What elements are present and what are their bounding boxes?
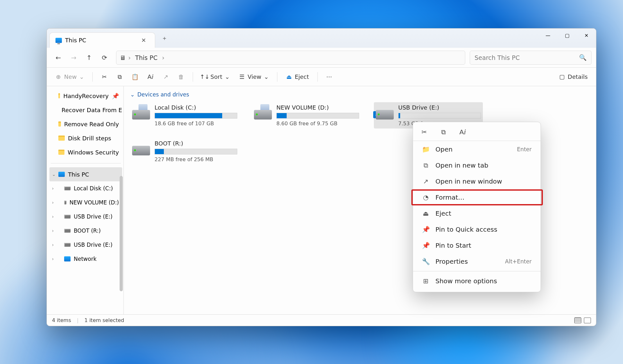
sidebar-item-disk-drill[interactable]: Disk Drill steps (49, 131, 122, 145)
context-open-new-tab[interactable]: ⧉ Open in new tab (415, 158, 539, 173)
new-button[interactable]: ⊕ New ⌄ (51, 71, 88, 82)
sidebar-scrollbar[interactable] (120, 176, 123, 291)
context-eject[interactable]: ⏏ Eject (415, 206, 539, 221)
sidebar-item-new-volume-d[interactable]: › NEW VOLUME (D:) (49, 195, 122, 210)
copy-icon[interactable]: ⧉ (439, 128, 448, 136)
sidebar-item-local-disk-c[interactable]: › Local Disk (C:) (49, 181, 122, 195)
rename-button[interactable]: Aⅈ (143, 72, 157, 82)
clipboard-icon: 📋 (132, 74, 138, 80)
list-view-button[interactable] (574, 318, 581, 323)
context-item-label: Show more options (435, 277, 497, 285)
drive-icon (64, 201, 66, 204)
drive-item-local-disk-c[interactable]: Local Disk (C:) 18.6 GB free of 107 GB (130, 102, 239, 128)
tab-close-button[interactable]: ✕ (138, 35, 149, 46)
cut-icon[interactable]: ✂ (420, 128, 428, 136)
context-open-new-window[interactable]: ↗ Open in new window (415, 174, 539, 189)
sort-button[interactable]: ↑↓ Sort ⌄ (198, 71, 233, 82)
chevron-right-icon[interactable]: › (52, 214, 54, 219)
context-properties[interactable]: 🔧 Properties Alt+Enter (415, 254, 539, 269)
sidebar-item-label: USB Drive (E:) (74, 213, 113, 220)
context-item-label: Open in new window (435, 178, 502, 185)
context-item-hint: Enter (517, 146, 532, 153)
search-placeholder: Search This PC (475, 54, 520, 61)
sidebar-item-boot-r[interactable]: › BOOT (R:) (49, 224, 122, 238)
context-pin-start[interactable]: 📌 Pin to Start (415, 238, 539, 253)
context-format[interactable]: ◔ Format… (415, 190, 539, 205)
delete-button[interactable]: 🗑 (174, 72, 188, 82)
maximize-button[interactable]: ▢ (558, 29, 577, 43)
sidebar-item-remove-read-only[interactable]: Remove Read Only (49, 117, 122, 131)
sidebar-item-usb-drive-e[interactable]: › USB Drive (E:) (49, 210, 122, 224)
chevron-down-icon[interactable]: ⌄ (52, 172, 56, 177)
share-button[interactable]: ↗ (159, 72, 173, 82)
pc-icon: 🖥 (120, 54, 126, 61)
sidebar-item-recover-data[interactable]: Recover Data From E (49, 103, 122, 117)
drive-icon (132, 104, 150, 120)
sidebar-item-handyrecovery[interactable]: HandyRecovery 📌 (49, 89, 122, 103)
search-input[interactable]: Search This PC 🔍 (470, 51, 592, 65)
view-icon: ☰ (239, 74, 245, 80)
minimize-button[interactable]: — (538, 29, 558, 43)
address-bar[interactable]: 🖥 › This PC › (116, 51, 465, 65)
context-item-label: Format… (435, 194, 464, 201)
sidebar-item-label: USB Drive (E:) (74, 242, 113, 248)
context-open[interactable]: 📁 Open Enter (415, 142, 539, 157)
chevron-right-icon[interactable]: › (52, 200, 54, 205)
refresh-button[interactable]: ⟳ (97, 51, 112, 65)
drive-icon (254, 104, 272, 120)
format-icon: ◔ (422, 194, 430, 201)
chevron-right-icon[interactable]: › (52, 186, 54, 191)
drive-item-boot-r[interactable]: BOOT (R:) 227 MB free of 256 MB (130, 138, 239, 164)
rename-icon[interactable]: Aⅈ (459, 128, 467, 136)
drive-item-new-volume-d[interactable]: NEW VOLUME (D:) 8.60 GB free of 9.75 GB (252, 102, 361, 128)
new-label: New (64, 73, 77, 80)
window-controls: — ▢ ✕ (538, 29, 596, 43)
cut-button[interactable]: ✂ (97, 72, 111, 82)
eject-icon: ⏏ (286, 74, 292, 80)
drive-name: Local Disk (C:) (155, 104, 237, 111)
forward-button[interactable]: → (67, 51, 81, 65)
paste-button[interactable]: 📋 (128, 72, 142, 82)
sidebar-item-network[interactable]: › Network (49, 252, 122, 266)
context-show-more[interactable]: ⊞ Show more options (415, 273, 539, 289)
copy-button[interactable]: ⧉ (113, 72, 127, 82)
sidebar-item-windows-security[interactable]: Windows Security (49, 145, 122, 159)
tab-this-pc[interactable]: This PC ✕ (49, 32, 155, 48)
chevron-right-icon[interactable]: › (52, 228, 54, 233)
sidebar-item-label: HandyRecovery (63, 93, 109, 99)
sidebar-item-this-pc[interactable]: ⌄ This PC (49, 167, 122, 181)
details-view-button[interactable] (584, 318, 591, 323)
drive-free-text: 227 MB free of 256 MB (155, 156, 237, 162)
folder-icon (58, 150, 64, 155)
rename-icon: Aⅈ (147, 74, 154, 80)
group-header-devices[interactable]: ⌄ Devices and drives (130, 89, 590, 102)
details-label: Details (568, 73, 588, 80)
usage-bar (155, 149, 237, 154)
usage-bar (155, 113, 237, 119)
sidebar-item-usb-drive-e-2[interactable]: › USB Drive (E:) (49, 238, 122, 252)
drive-icon (64, 229, 71, 233)
status-item-count: 4 items (52, 317, 71, 323)
view-button[interactable]: ☰ View ⌄ (235, 71, 273, 82)
details-pane-button[interactable]: ▢ Details (555, 71, 592, 82)
chevron-right-icon[interactable]: › (52, 256, 54, 261)
breadcrumb-this-pc[interactable]: This PC (133, 53, 160, 62)
context-separator (413, 271, 541, 271)
back-button[interactable]: ← (51, 51, 65, 65)
folder-icon (58, 93, 60, 98)
sidebar-item-label: NEW VOLUME (D:) (70, 199, 119, 206)
context-item-label: Eject (435, 210, 451, 217)
wrench-icon: 🔧 (422, 258, 430, 265)
context-pin-quick-access[interactable]: 📌 Pin to Quick access (415, 222, 539, 237)
scissors-icon: ✂ (101, 74, 107, 80)
close-button[interactable]: ✕ (577, 29, 596, 43)
context-item-hint: Alt+Enter (505, 258, 532, 265)
eject-button[interactable]: ⏏ Eject (282, 71, 313, 82)
new-tab-button[interactable]: ＋ (159, 30, 170, 46)
context-item-label: Pin to Quick access (435, 226, 497, 233)
copy-icon: ⧉ (116, 74, 123, 80)
more-button[interactable]: ⋯ (322, 72, 336, 82)
drive-name: USB Drive (E:) (398, 104, 481, 111)
up-button[interactable]: ↑ (82, 51, 96, 65)
chevron-right-icon[interactable]: › (52, 242, 54, 247)
